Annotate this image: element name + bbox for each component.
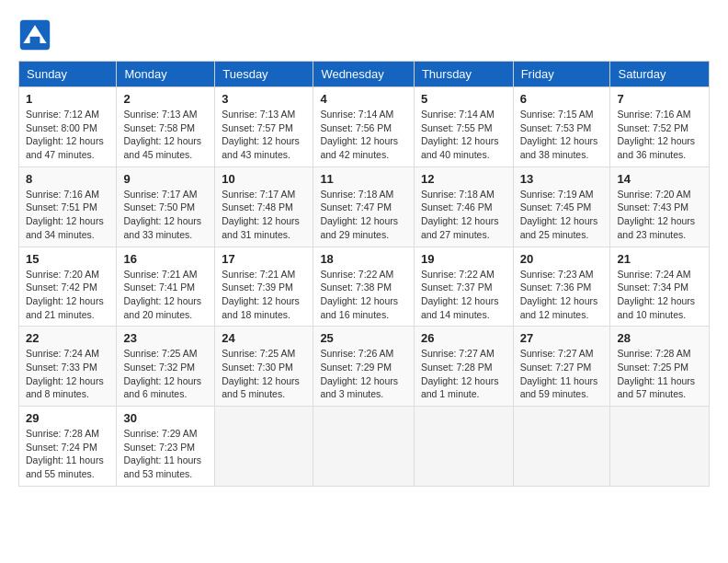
day-number: 1 (26, 92, 109, 106)
weekday-header-monday: Monday (117, 62, 215, 87)
day-number: 4 (320, 92, 407, 106)
calendar-cell: 28Sunrise: 7:28 AMSunset: 7:25 PMDayligh… (610, 327, 710, 407)
calendar-cell: 26Sunrise: 7:27 AMSunset: 7:28 PMDayligh… (414, 327, 513, 407)
logo-icon (18, 18, 51, 52)
day-info: Sunrise: 7:16 AMSunset: 7:51 PMDaylight:… (26, 188, 109, 242)
day-number: 28 (617, 331, 702, 345)
logo (18, 18, 55, 52)
calendar-cell: 10Sunrise: 7:17 AMSunset: 7:48 PMDayligh… (215, 167, 313, 247)
weekday-header-sunday: Sunday (19, 62, 117, 87)
calendar-cell: 7Sunrise: 7:16 AMSunset: 7:52 PMDaylight… (610, 87, 710, 167)
day-info: Sunrise: 7:29 AMSunset: 7:23 PMDaylight:… (123, 427, 208, 481)
calendar-cell: 30Sunrise: 7:29 AMSunset: 7:23 PMDayligh… (117, 407, 215, 487)
calendar-cell: 2Sunrise: 7:13 AMSunset: 7:58 PMDaylight… (117, 87, 215, 167)
day-number: 10 (222, 172, 306, 186)
day-info: Sunrise: 7:14 AMSunset: 7:55 PMDaylight:… (421, 108, 506, 162)
day-info: Sunrise: 7:28 AMSunset: 7:24 PMDaylight:… (26, 427, 109, 481)
day-info: Sunrise: 7:23 AMSunset: 7:36 PMDaylight:… (520, 268, 604, 322)
day-info: Sunrise: 7:13 AMSunset: 7:57 PMDaylight:… (222, 108, 306, 162)
day-number: 2 (123, 92, 208, 106)
calendar-cell: 21Sunrise: 7:24 AMSunset: 7:34 PMDayligh… (610, 247, 710, 327)
day-number: 3 (222, 92, 306, 106)
calendar-week-row-4: 29Sunrise: 7:28 AMSunset: 7:24 PMDayligh… (19, 407, 710, 487)
calendar-cell (610, 407, 710, 487)
svg-rect-2 (30, 37, 40, 43)
calendar-cell: 27Sunrise: 7:27 AMSunset: 7:27 PMDayligh… (513, 327, 610, 407)
day-info: Sunrise: 7:16 AMSunset: 7:52 PMDaylight:… (617, 108, 702, 162)
day-info: Sunrise: 7:21 AMSunset: 7:41 PMDaylight:… (123, 268, 208, 322)
calendar-cell: 5Sunrise: 7:14 AMSunset: 7:55 PMDaylight… (414, 87, 513, 167)
day-number: 22 (26, 331, 109, 345)
day-number: 16 (123, 252, 208, 266)
day-info: Sunrise: 7:22 AMSunset: 7:38 PMDaylight:… (320, 268, 407, 322)
day-info: Sunrise: 7:20 AMSunset: 7:42 PMDaylight:… (26, 268, 109, 322)
weekday-header-wednesday: Wednesday (313, 62, 415, 87)
day-info: Sunrise: 7:15 AMSunset: 7:53 PMDaylight:… (520, 108, 604, 162)
calendar-cell: 29Sunrise: 7:28 AMSunset: 7:24 PMDayligh… (19, 407, 117, 487)
calendar-cell: 3Sunrise: 7:13 AMSunset: 7:57 PMDaylight… (215, 87, 313, 167)
day-info: Sunrise: 7:21 AMSunset: 7:39 PMDaylight:… (222, 268, 306, 322)
calendar-week-row-3: 22Sunrise: 7:24 AMSunset: 7:33 PMDayligh… (19, 327, 710, 407)
day-number: 8 (26, 172, 109, 186)
calendar-cell (414, 407, 513, 487)
day-number: 6 (520, 92, 604, 106)
day-number: 26 (421, 331, 506, 345)
calendar-cell: 9Sunrise: 7:17 AMSunset: 7:50 PMDaylight… (117, 167, 215, 247)
weekday-header-tuesday: Tuesday (215, 62, 313, 87)
day-info: Sunrise: 7:25 AMSunset: 7:30 PMDaylight:… (222, 347, 306, 401)
day-number: 9 (123, 172, 208, 186)
day-info: Sunrise: 7:14 AMSunset: 7:56 PMDaylight:… (320, 108, 407, 162)
day-number: 14 (617, 172, 702, 186)
day-number: 24 (222, 331, 306, 345)
calendar-cell: 11Sunrise: 7:18 AMSunset: 7:47 PMDayligh… (313, 167, 415, 247)
calendar-cell: 18Sunrise: 7:22 AMSunset: 7:38 PMDayligh… (313, 247, 415, 327)
weekday-header-friday: Friday (513, 62, 610, 87)
calendar-cell: 17Sunrise: 7:21 AMSunset: 7:39 PMDayligh… (215, 247, 313, 327)
day-info: Sunrise: 7:18 AMSunset: 7:46 PMDaylight:… (421, 188, 506, 242)
calendar-cell: 12Sunrise: 7:18 AMSunset: 7:46 PMDayligh… (414, 167, 513, 247)
calendar-cell: 4Sunrise: 7:14 AMSunset: 7:56 PMDaylight… (313, 87, 415, 167)
calendar-cell (215, 407, 313, 487)
calendar-cell: 15Sunrise: 7:20 AMSunset: 7:42 PMDayligh… (19, 247, 117, 327)
day-number: 23 (123, 331, 208, 345)
day-info: Sunrise: 7:19 AMSunset: 7:45 PMDaylight:… (520, 188, 604, 242)
weekday-header-row: SundayMondayTuesdayWednesdayThursdayFrid… (19, 62, 710, 87)
day-info: Sunrise: 7:28 AMSunset: 7:25 PMDaylight:… (617, 347, 702, 401)
day-number: 18 (320, 252, 407, 266)
calendar-cell: 20Sunrise: 7:23 AMSunset: 7:36 PMDayligh… (513, 247, 610, 327)
day-number: 19 (421, 252, 506, 266)
weekday-header-saturday: Saturday (610, 62, 710, 87)
day-info: Sunrise: 7:27 AMSunset: 7:28 PMDaylight:… (421, 347, 506, 401)
calendar-cell: 25Sunrise: 7:26 AMSunset: 7:29 PMDayligh… (313, 327, 415, 407)
calendar-cell: 23Sunrise: 7:25 AMSunset: 7:32 PMDayligh… (117, 327, 215, 407)
calendar-cell: 24Sunrise: 7:25 AMSunset: 7:30 PMDayligh… (215, 327, 313, 407)
calendar-cell: 1Sunrise: 7:12 AMSunset: 8:00 PMDaylight… (19, 87, 117, 167)
calendar-week-row-2: 15Sunrise: 7:20 AMSunset: 7:42 PMDayligh… (19, 247, 710, 327)
day-number: 5 (421, 92, 506, 106)
day-number: 27 (520, 331, 604, 345)
calendar-table: SundayMondayTuesdayWednesdayThursdayFrid… (18, 61, 710, 487)
calendar-cell: 16Sunrise: 7:21 AMSunset: 7:41 PMDayligh… (117, 247, 215, 327)
day-info: Sunrise: 7:18 AMSunset: 7:47 PMDaylight:… (320, 188, 407, 242)
day-info: Sunrise: 7:25 AMSunset: 7:32 PMDaylight:… (123, 347, 208, 401)
day-number: 13 (520, 172, 604, 186)
day-info: Sunrise: 7:13 AMSunset: 7:58 PMDaylight:… (123, 108, 208, 162)
day-info: Sunrise: 7:20 AMSunset: 7:43 PMDaylight:… (617, 188, 702, 242)
day-info: Sunrise: 7:22 AMSunset: 7:37 PMDaylight:… (421, 268, 506, 322)
day-number: 11 (320, 172, 407, 186)
day-info: Sunrise: 7:12 AMSunset: 8:00 PMDaylight:… (26, 108, 109, 162)
day-info: Sunrise: 7:17 AMSunset: 7:50 PMDaylight:… (123, 188, 208, 242)
day-number: 7 (617, 92, 702, 106)
calendar-cell: 19Sunrise: 7:22 AMSunset: 7:37 PMDayligh… (414, 247, 513, 327)
calendar-cell: 13Sunrise: 7:19 AMSunset: 7:45 PMDayligh… (513, 167, 610, 247)
day-number: 20 (520, 252, 604, 266)
day-number: 30 (123, 411, 208, 425)
calendar-cell: 14Sunrise: 7:20 AMSunset: 7:43 PMDayligh… (610, 167, 710, 247)
calendar-week-row-0: 1Sunrise: 7:12 AMSunset: 8:00 PMDaylight… (19, 87, 710, 167)
day-number: 17 (222, 252, 306, 266)
calendar-cell (513, 407, 610, 487)
day-number: 15 (26, 252, 109, 266)
calendar-cell: 8Sunrise: 7:16 AMSunset: 7:51 PMDaylight… (19, 167, 117, 247)
calendar-week-row-1: 8Sunrise: 7:16 AMSunset: 7:51 PMDaylight… (19, 167, 710, 247)
day-number: 25 (320, 331, 407, 345)
